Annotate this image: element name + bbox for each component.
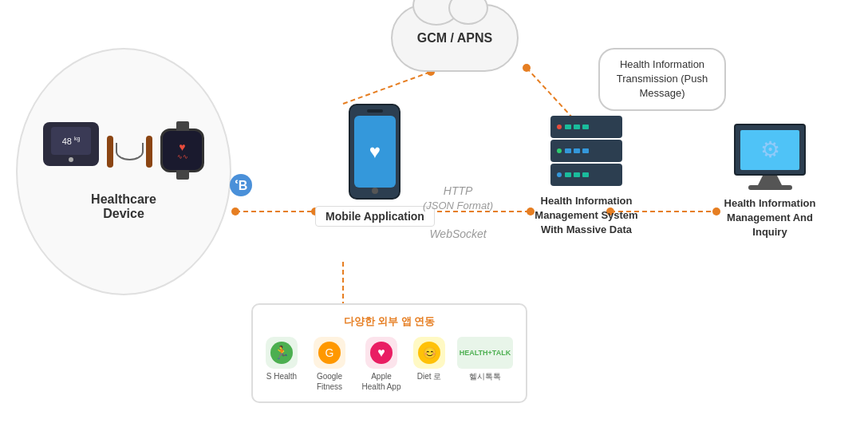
monitor-label: Health Information Management And Inquir…	[718, 196, 822, 240]
cloud-label: GCM / APNS	[417, 31, 493, 45]
cloud-shape: GCM / APNS	[391, 4, 519, 72]
htalk-text: HEALTH+TALK	[460, 349, 511, 357]
server-unit-3	[550, 164, 622, 186]
ws-text: WebSocket	[429, 227, 486, 240]
ext-apps-title: 다양한 외부 앱 연동	[266, 314, 513, 329]
diet-icon: 😊	[413, 337, 445, 369]
server-slot	[574, 172, 580, 177]
push-message-bubble: Health Information Transmission (Push Me…	[598, 48, 726, 111]
server-unit-2	[550, 140, 622, 162]
svg-line-3	[343, 72, 431, 104]
device-icons: 48 kg ♥ ∿∿	[43, 122, 204, 172]
svg-point-9	[527, 208, 535, 215]
gfitness-label: Google Fitness	[310, 371, 349, 392]
phone-body: ♥	[349, 104, 400, 200]
diet-svg: 😊	[417, 341, 441, 365]
svg-text:😊: 😊	[423, 346, 437, 360]
shealth-svg: 🏃	[270, 341, 294, 365]
push-bubble-text: Health Information Transmission (Push Me…	[617, 58, 708, 99]
shealth-label: S Health	[266, 371, 297, 382]
mobile-app-group: ♥ Mobile Application	[315, 104, 435, 227]
server-unit-1	[550, 116, 622, 138]
apple-health-icon: ♥	[365, 337, 397, 369]
server-slots-3	[565, 172, 589, 177]
server-label: Health Information Management System Wit…	[535, 194, 638, 238]
phone-heart-icon: ♥	[369, 140, 381, 163]
monitor-stand	[758, 176, 782, 185]
svg-text:♥: ♥	[377, 346, 385, 359]
server-slots-2	[565, 148, 589, 153]
server-slot	[574, 148, 580, 153]
bluetooth-icon: ʿB	[230, 174, 252, 196]
server-slots-1	[565, 125, 589, 129]
rope-curve	[116, 143, 144, 160]
protocol-labels: HTTP (JSON Format) WebSocket	[423, 184, 493, 241]
bluetooth-symbol: ʿB	[235, 178, 248, 193]
htalk-label: 헬시톡톡	[469, 371, 501, 382]
ext-app-gfitness: G Google Fitness	[310, 337, 349, 392]
server-group: Health Information Management System Wit…	[535, 116, 638, 238]
watch-heart-icon: ♥	[179, 140, 185, 153]
cloud-bump2	[448, 0, 488, 25]
server-slot	[582, 172, 589, 177]
server-slot	[582, 148, 589, 153]
ext-app-htalk: HEALTH+TALK 헬시톡톡	[457, 337, 513, 382]
phone-notch	[367, 109, 383, 113]
monitor-gear-icon: ⚙	[760, 136, 780, 163]
scale-device-icon: 48 kg	[43, 122, 99, 166]
monitor-body: ⚙	[734, 124, 806, 176]
ext-app-shealth: 🏃 S Health	[266, 337, 298, 382]
device-label-line2: Device	[103, 207, 144, 220]
svg-line-4	[527, 68, 573, 118]
mobile-app-label: Mobile Application	[315, 206, 435, 227]
ext-apps-row: 🏃 S Health G Google Fitness	[266, 337, 513, 392]
monitor-screen: ⚙	[740, 130, 799, 170]
websocket-label: WebSocket	[423, 227, 493, 241]
svg-point-6	[231, 208, 239, 215]
server-slot	[565, 172, 571, 177]
ext-app-apple-health: ♥ Apple Health App	[361, 337, 401, 392]
rope-handle-left	[107, 136, 113, 168]
scale-screen: 48 kg	[51, 127, 91, 155]
phone-screen: ♥	[354, 116, 396, 188]
format-text: (JSON Format)	[423, 200, 493, 212]
monitor-group: ⚙ Health Information Management And Inqu…	[718, 124, 822, 240]
smartwatch-icon: ♥ ∿∿	[160, 128, 204, 172]
shealth-icon: 🏃	[266, 337, 298, 369]
http-label: HTTP (JSON Format)	[423, 184, 493, 212]
external-apps-box: 다양한 외부 앱 연동 🏃 S Health G	[251, 303, 527, 403]
server-light-green	[557, 148, 562, 153]
server-slot	[582, 125, 589, 129]
server-slot	[565, 125, 571, 129]
device-label: Healthcare Device	[91, 192, 156, 221]
scale-reading: 48 kg	[62, 136, 81, 146]
watch-strap-top	[176, 121, 189, 131]
monitor-base	[748, 185, 792, 190]
server-slot	[565, 148, 571, 153]
cloud-group: GCM / APNS	[391, 4, 519, 72]
scale-dot	[69, 157, 73, 162]
jump-rope-icon	[107, 130, 152, 172]
server-light-blue	[557, 172, 562, 177]
server-light-red	[557, 125, 562, 129]
ext-app-diet: 😊 Diet 로	[413, 337, 445, 382]
healthcare-device-circle: 48 kg ♥ ∿∿ Healthcare Device	[16, 48, 231, 295]
phone-home-button	[372, 188, 378, 194]
watch-display: ♥ ∿∿	[177, 140, 188, 160]
watch-ecg-line: ∿∿	[177, 153, 188, 160]
server-stack	[550, 116, 622, 186]
apple-health-svg: ♥	[369, 341, 393, 365]
architecture-diagram: GCM / APNS Health Information Transmissi…	[0, 0, 868, 427]
htalk-icon: HEALTH+TALK	[457, 337, 513, 369]
svg-text:G: G	[326, 346, 334, 359]
svg-text:🏃: 🏃	[274, 345, 290, 360]
watch-strap-bottom	[176, 170, 189, 180]
http-text: HTTP	[444, 184, 473, 197]
diet-label: Diet 로	[417, 371, 442, 382]
apple-health-label: Apple Health App	[361, 371, 401, 392]
svg-point-13	[523, 64, 531, 72]
server-stack-wrapper	[550, 116, 622, 186]
gfitness-icon: G	[314, 337, 345, 369]
server-slot	[574, 125, 580, 129]
gfitness-svg: G	[318, 341, 341, 365]
